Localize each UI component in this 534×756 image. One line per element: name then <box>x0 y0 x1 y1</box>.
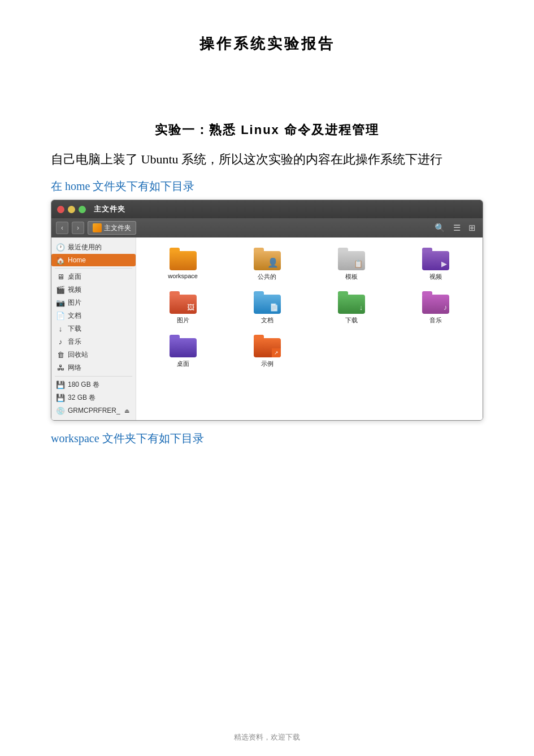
minimize-dot[interactable] <box>68 206 75 213</box>
sidebar-item-trash[interactable]: 🗑 回收站 <box>51 348 136 361</box>
video-label: 视频 <box>429 273 442 281</box>
titlebar: 主文件夹 <box>51 200 483 218</box>
template-label: 模板 <box>345 273 358 281</box>
desktop-icon: 🖥 <box>56 273 65 282</box>
drive1-icon: 💾 <box>56 381 65 390</box>
toolbar-right: 🔍 ☰ ⊞ <box>432 222 478 234</box>
folder-desktop[interactable]: 桌面 <box>142 332 224 370</box>
music-folder-icon: ♪ <box>422 291 449 314</box>
downloads-label: 下载 <box>345 316 358 325</box>
documents-folder-icon: 📄 <box>254 291 281 314</box>
network-icon: 🖧 <box>56 364 65 373</box>
back-button[interactable]: ‹ <box>56 222 68 234</box>
video-icon: 🎬 <box>56 286 65 295</box>
sidebar-item-documents[interactable]: 📄 文档 <box>51 309 136 322</box>
documents-icon: 📄 <box>56 312 65 321</box>
folder-downloads[interactable]: ↓ 下载 <box>311 289 393 327</box>
downloads-overlay: ↓ <box>359 303 363 312</box>
content-area: workspace 👤 公共的 📋 <box>136 237 483 420</box>
sidebar-item-music[interactable]: ♪ 音乐 <box>51 335 136 348</box>
folder-examples[interactable]: ↗ 示例 <box>226 332 308 370</box>
eject-icon[interactable]: ⏏ <box>124 408 129 414</box>
close-dot[interactable] <box>57 206 64 213</box>
footer: 精选资料，欢迎下载 <box>0 732 534 742</box>
blue-text1: 在 home 文件夹下有如下目录 <box>51 179 483 194</box>
sidebar-item-desktop[interactable]: 🖥 桌面 <box>51 270 136 283</box>
sidebar-label-recent: 最近使用的 <box>68 243 102 252</box>
sidebar-label-drive2: 32 GB 卷 <box>68 393 95 403</box>
main-title: 操作系统实验报告 <box>51 34 483 54</box>
music-label: 音乐 <box>429 316 442 325</box>
documents-label: 文档 <box>261 316 273 325</box>
page: 操作系统实验报告 实验一：熟悉 Linux 命令及进程管理 自己电脑上装了 Ub… <box>0 0 534 756</box>
trash-icon: 🗑 <box>56 351 65 360</box>
folder-public[interactable]: 👤 公共的 <box>226 245 308 283</box>
sidebar-item-video[interactable]: 🎬 视频 <box>51 283 136 296</box>
fm-body: 🕐 最近使用的 🏠 Home 🖥 桌面 🎬 视频 📷 <box>51 237 483 420</box>
documents-overlay: 📄 <box>270 303 279 312</box>
sidebar-item-downloads[interactable]: ↓ 下载 <box>51 322 136 335</box>
pictures-overlay: 🖼 <box>187 303 194 312</box>
location-label: 主文件夹 <box>104 223 131 233</box>
search-icon[interactable]: 🔍 <box>432 222 448 234</box>
forward-button[interactable]: › <box>72 222 84 234</box>
sidebar-item-pictures[interactable]: 📷 图片 <box>51 296 136 309</box>
sidebar-item-recent[interactable]: 🕐 最近使用的 <box>51 241 136 254</box>
home-folder-icon <box>93 223 102 232</box>
paragraph1: 自己电脑上装了 Ubuntu 系统，所以这次实验的内容在此操作系统下进行 <box>51 149 483 170</box>
folder-pictures[interactable]: 🖼 图片 <box>142 289 224 327</box>
examples-arrow: ↗ <box>272 348 281 357</box>
sidebar-label-drive1: 180 GB 卷 <box>68 380 99 390</box>
music-icon: ♪ <box>56 338 65 347</box>
sidebar-item-network[interactable]: 🖧 网络 <box>51 361 136 374</box>
section1-title: 实验一：熟悉 Linux 命令及进程管理 <box>51 122 483 139</box>
template-overlay: 📋 <box>354 260 363 268</box>
folder-video[interactable]: ▶ 视频 <box>395 245 477 283</box>
examples-folder-icon: ↗ <box>254 335 281 357</box>
examples-label: 示例 <box>261 360 273 368</box>
folder-documents[interactable]: 📄 文档 <box>226 289 308 327</box>
sidebar-item-drive2[interactable]: 💾 32 GB 卷 <box>51 391 136 404</box>
folder-music[interactable]: ♪ 音乐 <box>395 289 477 327</box>
sidebar-label-music: 音乐 <box>68 337 81 347</box>
grid-view-icon[interactable]: ⊞ <box>466 222 478 234</box>
sidebar-label-desktop: 桌面 <box>68 272 81 282</box>
sidebar-divider2 <box>55 376 132 377</box>
video-folder-icon: ▶ <box>422 248 449 270</box>
list-view-icon[interactable]: ☰ <box>451 222 463 234</box>
workspace-label: workspace <box>168 273 198 279</box>
folder-template[interactable]: 📋 模板 <box>311 245 393 283</box>
sidebar-label-video: 视频 <box>68 285 81 295</box>
sidebar-item-drive1[interactable]: 💾 180 GB 卷 <box>51 378 136 391</box>
toolbar: ‹ › 主文件夹 🔍 ☰ ⊞ <box>51 218 483 237</box>
workspace-folder-icon <box>170 248 197 270</box>
public-label: 公共的 <box>258 273 276 281</box>
window-title: 主文件夹 <box>94 204 125 214</box>
sidebar-label-network: 网络 <box>68 363 81 373</box>
downloads-folder-icon: ↓ <box>338 291 365 314</box>
location-bar[interactable]: 主文件夹 <box>88 221 136 235</box>
drive3-icon: 💿 <box>56 406 65 415</box>
desktop-folder-icon <box>170 335 197 357</box>
sidebar-item-drive3[interactable]: 💿 GRMCPRFRER_ ⏏ <box>51 404 136 417</box>
music-overlay: ♪ <box>444 303 448 312</box>
pictures-folder-icon: 🖼 <box>170 291 197 314</box>
sidebar-divider1 <box>55 268 132 269</box>
pictures-icon: 📷 <box>56 299 65 308</box>
folder-workspace[interactable]: workspace <box>142 245 224 283</box>
sidebar-label-pictures: 图片 <box>68 298 81 308</box>
sidebar-label-drive3: GRMCPRFRER_ <box>68 407 120 414</box>
drive2-icon: 💾 <box>56 394 65 403</box>
sidebar-item-home[interactable]: 🏠 Home <box>51 254 136 266</box>
home-icon: 🏠 <box>56 256 65 265</box>
sidebar-label-trash: 回收站 <box>68 350 88 360</box>
public-overlay: 👤 <box>267 257 279 268</box>
maximize-dot[interactable] <box>79 206 86 213</box>
desktop-label: 桌面 <box>177 360 189 368</box>
video-overlay: ▶ <box>441 260 447 268</box>
downloads-icon: ↓ <box>56 325 65 334</box>
recent-icon: 🕐 <box>56 243 65 252</box>
file-manager-window: 主文件夹 ‹ › 主文件夹 🔍 ☰ ⊞ <box>51 200 483 421</box>
pictures-label: 图片 <box>177 316 189 325</box>
blue-text2: workspace 文件夹下有如下目录 <box>51 431 483 446</box>
